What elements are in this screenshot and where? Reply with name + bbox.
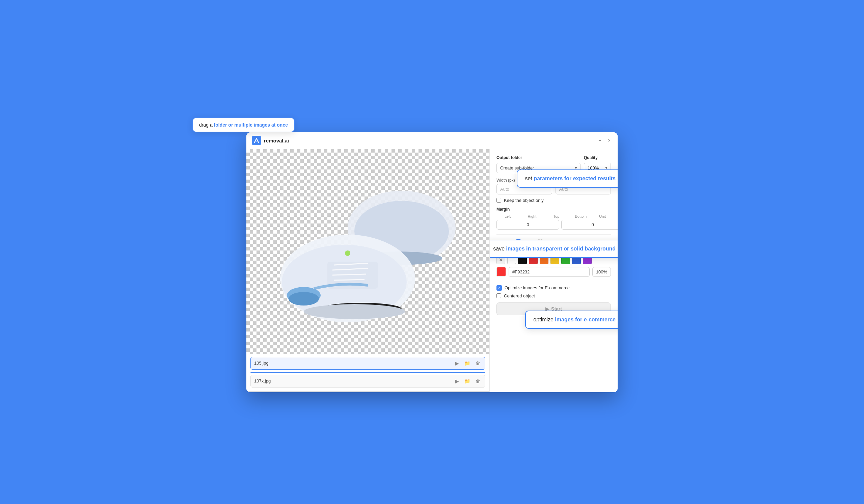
file-item-1[interactable]: 105.jpg ▶ 📁 🗑	[250, 357, 485, 370]
folder-button-2[interactable]: 📁	[463, 378, 471, 384]
color-hex-input[interactable]	[508, 267, 590, 277]
file-item-name-1: 105.jpg	[254, 361, 454, 365]
logo-icon	[252, 136, 261, 145]
svg-point-8	[289, 292, 319, 305]
app-window: removal.ai − ×	[247, 132, 617, 392]
progress-bar-fill	[250, 372, 485, 373]
optimize-tooltip: optimize images for e-commerce	[525, 311, 617, 329]
optimize-ecommerce-label[interactable]: Optimize images for E-commerce	[505, 285, 570, 290]
app-title: removal.ai	[264, 138, 289, 143]
margin-bottom-label: Bottom	[570, 214, 592, 218]
file-item-name-2: 107x.jpg	[254, 379, 454, 383]
output-folder-label: Output folder	[496, 155, 580, 160]
close-button[interactable]: ×	[606, 137, 612, 143]
drag-tooltip: drag a folder or multiple images at once	[192, 118, 295, 132]
logo: removal.ai	[252, 136, 289, 145]
svg-point-10	[304, 304, 405, 319]
margin-label: Margin	[496, 207, 611, 212]
color-preview[interactable]	[496, 267, 506, 276]
margin-labels-row: Left Right Top Bottom Unit	[496, 214, 611, 218]
margin-unit-label: Unit	[594, 214, 611, 218]
minimize-button[interactable]: −	[597, 137, 603, 143]
file-item-2[interactable]: 107x.jpg ▶ 📁 🗑	[250, 375, 485, 387]
title-bar: removal.ai − ×	[247, 132, 617, 149]
bg-tooltip: save images in transparent or solid back…	[489, 240, 617, 258]
file-item-actions-1: ▶ 📁 🗑	[454, 360, 482, 367]
play-button-2[interactable]: ▶	[454, 378, 460, 384]
file-item-actions-2: ▶ 📁 🗑	[454, 378, 482, 384]
shoe-image-container	[247, 149, 489, 354]
opacity-input[interactable]	[592, 267, 611, 277]
divider-2	[496, 281, 611, 281]
centered-object-checkbox[interactable]	[496, 293, 501, 298]
keep-object-row: Keep the object only	[496, 198, 611, 203]
main-content: 105.jpg ▶ 📁 🗑 107x.jpg ▶	[247, 149, 617, 392]
bg-tooltip-highlight: images in transparent or solid backgroun…	[506, 246, 616, 252]
window-controls: − ×	[597, 137, 612, 143]
optimize-tooltip-highlight: images for e-commerce	[555, 317, 616, 322]
left-panel: 105.jpg ▶ 📁 🗑 107x.jpg ▶	[247, 149, 489, 392]
keep-object-label[interactable]: Keep the object only	[504, 198, 544, 203]
delete-button-1[interactable]: 🗑	[474, 360, 482, 367]
margin-right-label: Right	[521, 214, 543, 218]
optimize-ecommerce-row: ✓ Optimize images for E-commerce	[496, 285, 611, 291]
margin-inputs-row: % px	[496, 220, 611, 230]
margin-left-label: Left	[496, 214, 519, 218]
margin-left-input[interactable]	[496, 220, 559, 230]
right-panel: set parameters for expected results Outp…	[489, 149, 617, 392]
play-button-1[interactable]: ▶	[454, 360, 460, 367]
svg-point-15	[345, 251, 350, 256]
quality-label: Quality	[584, 155, 611, 160]
color-input-row	[496, 267, 611, 277]
centered-object-row: Centered object	[496, 293, 611, 298]
svg-line-14	[334, 279, 364, 280]
file-list: 105.jpg ▶ 📁 🗑 107x.jpg ▶	[247, 354, 489, 392]
optimize-ecommerce-checkbox-icon: ✓	[496, 285, 502, 291]
params-tooltip: set parameters for expected results	[517, 169, 617, 188]
svg-rect-0	[252, 136, 261, 145]
margin-section: Margin Left Right Top Bottom Unit	[496, 207, 611, 230]
margin-right-input[interactable]	[561, 220, 617, 230]
image-area	[247, 149, 489, 354]
product-image	[270, 174, 466, 329]
drag-tooltip-highlight: folder or multiple images at once	[214, 122, 288, 128]
delete-button-2[interactable]: 🗑	[474, 378, 482, 384]
keep-object-checkbox[interactable]	[496, 198, 501, 203]
params-tooltip-highlight: parameters for expected results	[533, 176, 616, 181]
folder-button-1[interactable]: 📁	[463, 360, 471, 367]
centered-object-label[interactable]: Centered object	[504, 293, 535, 298]
divider-1	[496, 234, 611, 235]
margin-top-label: Top	[545, 214, 568, 218]
